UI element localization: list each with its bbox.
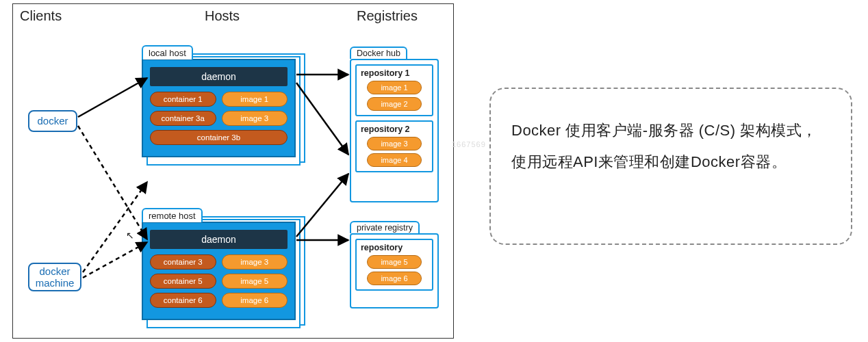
remote-daemon: daemon <box>150 230 288 249</box>
remote-host-panel: remote host daemon container 3 image 3 c… <box>142 222 296 320</box>
repository-1-title: repository 1 <box>361 68 428 78</box>
description-text: Docker 使用客户端-服务器 (C/S) 架构模式，使用远程API来管理和创… <box>511 115 830 178</box>
private-repository-title: repository <box>361 243 428 252</box>
remote-host-label: remote host <box>142 208 203 222</box>
docker-hub-box: Docker hub repository 1 image 1 image 2 … <box>350 59 439 202</box>
svg-line-1 <box>78 126 147 239</box>
hub-image-3: image 3 <box>367 137 422 150</box>
watermark: 1667569 <box>452 140 486 148</box>
private-registry-box: private registry repository image 5 imag… <box>350 233 439 308</box>
local-host-stack: local host daemon container 1 image 1 co… <box>142 59 296 157</box>
hub-image-1: image 1 <box>367 81 422 94</box>
svg-line-0 <box>78 78 147 117</box>
docker-hub-label: Docker hub <box>350 47 407 59</box>
image-1: image 1 <box>222 92 288 107</box>
container-1: container 1 <box>150 92 216 107</box>
remote-host-stack: remote host daemon container 3 image 3 c… <box>142 222 296 320</box>
hub-image-2: image 2 <box>367 97 422 111</box>
repository-2: repository 2 image 3 image 4 <box>355 120 433 172</box>
container-3a: container 3a <box>150 111 216 126</box>
container-3b: container 3b <box>150 130 288 145</box>
local-host-panel: local host daemon container 1 image 1 co… <box>142 59 296 157</box>
local-host-label: local host <box>142 45 193 60</box>
client-docker-label: docker <box>37 115 68 127</box>
description-note: Docker 使用客户端-服务器 (C/S) 架构模式，使用远程API来管理和创… <box>489 88 852 245</box>
priv-image-6: image 6 <box>367 272 422 285</box>
image-6: image 6 <box>222 293 288 308</box>
repository-2-title: repository 2 <box>361 124 428 134</box>
svg-line-2 <box>83 182 147 272</box>
svg-line-3 <box>83 242 147 278</box>
image-3: image 3 <box>222 254 288 269</box>
hub-image-4: image 4 <box>367 153 422 167</box>
client-docker-machine-label: docker machine <box>36 265 75 289</box>
clients-header: Clients <box>20 8 62 24</box>
registries-header: Registries <box>357 8 418 24</box>
repository-1: repository 1 image 1 image 2 <box>355 64 433 116</box>
container-3: container 3 <box>150 254 216 269</box>
private-repository: repository image 5 image 6 <box>355 239 433 291</box>
image-5: image 5 <box>222 274 288 289</box>
architecture-diagram: Clients Hosts Registries docker docker m… <box>12 3 454 339</box>
image-3-local: image 3 <box>222 111 288 126</box>
cursor-icon: ↖ <box>126 230 134 241</box>
local-daemon: daemon <box>150 67 288 86</box>
container-6: container 6 <box>150 293 216 308</box>
private-registry-label: private registry <box>350 221 420 233</box>
container-5: container 5 <box>150 274 216 289</box>
client-docker-machine: docker machine <box>28 263 81 291</box>
client-docker: docker <box>28 110 77 132</box>
hosts-header: Hosts <box>205 8 240 24</box>
priv-image-5: image 5 <box>367 255 422 269</box>
